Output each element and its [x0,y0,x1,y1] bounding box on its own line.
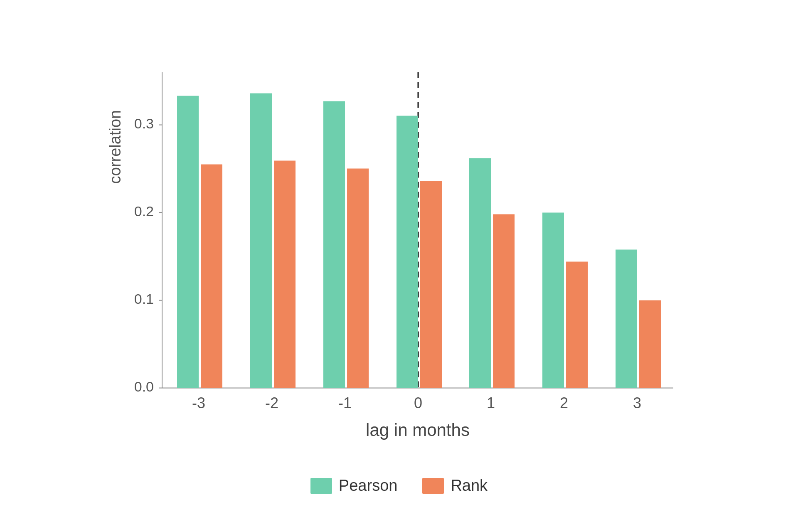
bar-rank-lag2 [566,262,588,388]
y-tick-3: 0.3 [134,116,154,131]
legend-label-rank: Rank [451,477,488,495]
legend-item-pearson: Pearson [310,477,398,495]
bar-rank-lag1 [493,214,515,388]
legend-swatch-rank [422,478,444,494]
bar-pearson-lag-neg2 [250,94,272,388]
bar-pearson-lag1 [469,158,491,388]
bar-pearson-lag-neg3 [177,96,199,388]
x-tick-neg2: -2 [265,394,278,411]
bar-pearson-lag3 [616,250,637,388]
x-tick-neg1: -1 [338,394,352,411]
y-tick-1: 0.1 [134,291,154,307]
bar-rank-lag3 [639,300,661,388]
bar-rank-lag-neg3 [201,165,222,388]
legend-item-rank: Rank [422,477,488,495]
y-axis-label: correlation [108,110,124,184]
y-tick-0: 0.0 [134,379,154,394]
legend-label-pearson: Pearson [339,477,398,495]
x-tick-neg3: -3 [192,394,205,411]
bar-pearson-lag2 [542,213,564,388]
bar-rank-lag-neg2 [274,161,296,388]
bar-pearson-lag0 [397,116,418,388]
x-tick-1: 1 [487,394,495,411]
chart-legend: Pearson Rank [310,477,488,495]
x-tick-2: 2 [560,394,568,411]
chart-area: correlation 0.0 0.1 0.2 0.3 lag in month… [108,37,690,464]
chart-svg: correlation 0.0 0.1 0.2 0.3 lag in month… [108,37,690,464]
y-tick-2: 0.2 [134,203,154,219]
bar-rank-lag-neg1 [347,169,369,388]
x-tick-3: 3 [633,394,641,411]
x-axis-label: lag in months [366,420,470,440]
x-tick-0: 0 [414,394,422,411]
bar-pearson-lag-neg1 [323,101,345,388]
bar-rank-lag0 [420,181,442,388]
chart-container: correlation 0.0 0.1 0.2 0.3 lag in month… [108,37,690,495]
legend-swatch-pearson [310,478,332,494]
